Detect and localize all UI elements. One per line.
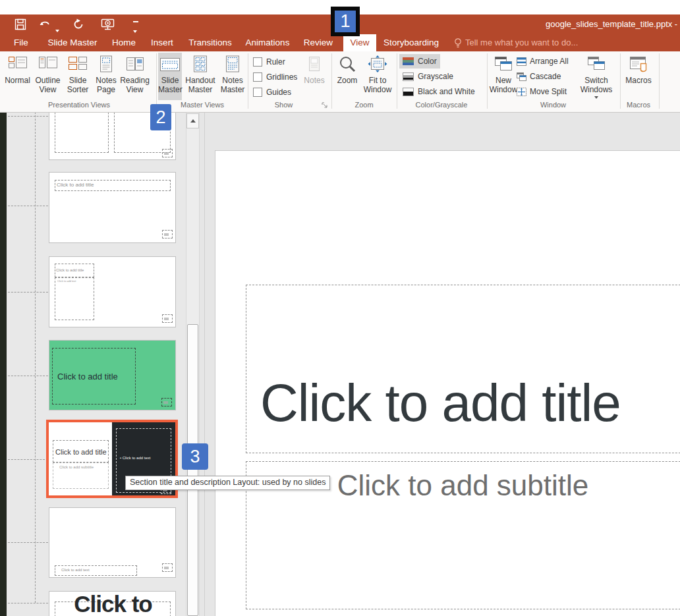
- annotation-badge-2: 2: [150, 104, 171, 130]
- notes-icon: [300, 55, 329, 74]
- switch-windows-button[interactable]: Switch Windows: [577, 53, 615, 100]
- placeholder-text: • Click to add text: [120, 456, 150, 460]
- color-chip-icon: [403, 57, 414, 66]
- notes-page-button[interactable]: Notes Page: [92, 53, 120, 100]
- group-label-presentation-views: Presentation Views: [13, 101, 145, 110]
- placeholder-text: Click to add title: [55, 448, 107, 456]
- grayscale-option[interactable]: Grayscale: [399, 69, 460, 84]
- placeholder-text: Click to: [49, 591, 177, 616]
- tab-slide-master[interactable]: Slide Master: [41, 34, 104, 51]
- layout-tree-stub: [8, 116, 48, 117]
- layout-thumbnail-big-title[interactable]: Click to: [49, 591, 176, 616]
- scrollbar-up-button[interactable]: [186, 113, 199, 128]
- annotation-badge-3: 3: [182, 443, 208, 470]
- layout-tree-line: [35, 112, 36, 603]
- normal-view-button[interactable]: Normal: [3, 53, 32, 100]
- move-split-button[interactable]: Move Split: [517, 86, 567, 98]
- layout-tree-stub: [8, 206, 48, 206]
- tab-view[interactable]: View: [343, 34, 376, 51]
- placeholder-text: Click to add text: [57, 279, 76, 283]
- outline-view-button[interactable]: Outline View: [33, 53, 63, 100]
- save-button[interactable]: [13, 17, 28, 32]
- notes-master-button[interactable]: Notes Master: [219, 53, 246, 100]
- switch-windows-dropdown-icon: [594, 96, 598, 99]
- customize-qat-button[interactable]: [133, 21, 138, 36]
- tab-file[interactable]: File: [5, 34, 37, 51]
- repeat-button[interactable]: [71, 17, 86, 32]
- undo-button[interactable]: [38, 17, 53, 32]
- placeholder-text: Click to add title: [57, 182, 94, 188]
- handout-master-button[interactable]: Handout Master: [183, 53, 218, 100]
- tab-review[interactable]: Review: [299, 34, 337, 51]
- checkbox-icon: [253, 72, 262, 82]
- layout-thumbnail-bottom-text[interactable]: Click to add text: [49, 507, 176, 578]
- zoom-icon: [333, 55, 361, 74]
- cascade-button[interactable]: Cascade: [517, 70, 561, 82]
- layout-thumbnail-title-only[interactable]: Click to add title: [49, 172, 176, 243]
- reading-view-button[interactable]: Reading View: [120, 53, 150, 100]
- slide-sorter-button[interactable]: Slide Sorter: [63, 53, 92, 100]
- tab-storyboarding[interactable]: Storyboarding: [381, 34, 441, 51]
- window-left-edge: [0, 112, 7, 616]
- black-and-white-option[interactable]: Black and White: [399, 84, 485, 99]
- body-placeholder: [55, 277, 94, 320]
- ruler-checkbox[interactable]: Ruler: [253, 56, 285, 68]
- slide-sorter-icon: [63, 55, 92, 74]
- layout-tree-stub: [8, 292, 48, 293]
- layout-thumbnail-left-content[interactable]: Click to add title Click to add text: [49, 256, 176, 327]
- cascade-icon: [517, 72, 526, 81]
- handout-master-icon: [183, 55, 218, 74]
- ribbon: Normal Outline View Slide Sorter Notes P…: [0, 51, 680, 113]
- show-dialog-launcher-icon[interactable]: [322, 102, 328, 109]
- fit-to-window-icon: [362, 55, 393, 74]
- color-option[interactable]: Color: [399, 54, 440, 69]
- guides-checkbox[interactable]: Guides: [253, 86, 291, 98]
- layout-thumbnail-green-title[interactable]: Click to add title: [49, 340, 176, 410]
- annotation-badge-1-frame: 1: [331, 7, 360, 36]
- checkbox-icon: [253, 57, 262, 67]
- layout-tree-stub: [8, 603, 48, 603]
- layout-tooltip: Section title and description Layout: us…: [125, 476, 330, 490]
- reading-view-icon: [120, 55, 150, 74]
- start-from-beginning-button[interactable]: [100, 17, 115, 32]
- tab-animations[interactable]: Animations: [240, 34, 295, 51]
- gridlines-checkbox[interactable]: Gridlines: [253, 71, 297, 83]
- fit-to-window-button[interactable]: Fit to Window: [362, 53, 393, 100]
- grayscale-chip-icon: [403, 72, 414, 81]
- outline-view-icon: [33, 55, 63, 74]
- slide-number-placeholder: [161, 398, 172, 406]
- arrange-all-button[interactable]: Arrange All: [517, 55, 569, 67]
- new-window-button[interactable]: New Window: [489, 53, 518, 100]
- slide-number-placeholder: [162, 149, 173, 157]
- layout-tree-stub: [8, 376, 48, 376]
- macros-icon: [623, 55, 654, 74]
- tab-home[interactable]: Home: [108, 34, 140, 51]
- slide-title-text[interactable]: Click to add title: [260, 373, 680, 434]
- slide-number-placeholder: [162, 563, 173, 572]
- normal-view-icon: [3, 55, 32, 74]
- move-split-icon: [517, 88, 526, 96]
- group-label-macros: Macros: [622, 101, 655, 110]
- tellme-box[interactable]: Tell me what you want to do...: [465, 34, 590, 51]
- notes-button-disabled: Notes: [300, 53, 329, 100]
- ribbon-tab-row: File Slide Master Home Insert Transition…: [0, 34, 680, 51]
- slide-number-placeholder: [162, 314, 173, 323]
- zoom-button[interactable]: Zoom: [333, 53, 361, 100]
- undo-dropdown-arrow[interactable]: [55, 23, 59, 35]
- layout-tree-stub: [8, 542, 48, 543]
- tab-insert[interactable]: Insert: [144, 34, 181, 51]
- document-title: google_slides_template_title.pptx - Powe…: [546, 19, 680, 31]
- new-window-icon: [489, 55, 518, 74]
- tab-transitions[interactable]: Transitions: [184, 34, 236, 51]
- switch-windows-icon: [577, 55, 615, 74]
- scrollbar-thumb[interactable]: [187, 324, 198, 616]
- checkbox-icon: [253, 88, 262, 97]
- slide-master-button[interactable]: Slide Master: [158, 53, 182, 100]
- annotation-badge-1: 1: [335, 11, 356, 32]
- placeholder-text: Click to add text: [61, 568, 90, 572]
- slide-number-placeholder: [162, 230, 173, 238]
- panel-splitter[interactable]: [204, 112, 205, 616]
- macros-button[interactable]: Macros: [623, 53, 654, 100]
- placeholder-text: Click to add title: [56, 268, 84, 272]
- up-arrow-icon: [190, 119, 196, 123]
